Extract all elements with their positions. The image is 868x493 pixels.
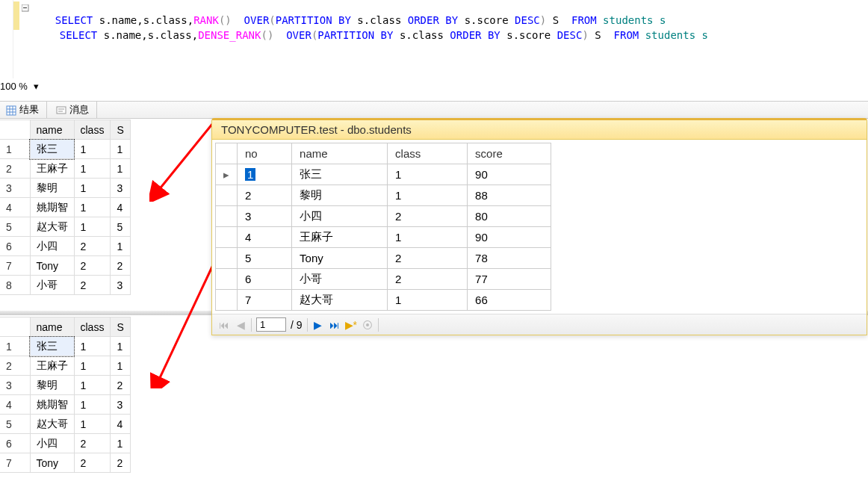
nav-prev-icon[interactable]: ◀ xyxy=(235,319,247,331)
result-grid-2[interactable]: name class S 1张三11 2王麻子11 3黎明12 4姚期智13 5… xyxy=(0,317,131,473)
col-s[interactable]: S xyxy=(111,317,130,337)
table-row[interactable]: 4姚期智13 xyxy=(0,395,130,415)
col-name[interactable]: name xyxy=(30,120,74,140)
col-no[interactable]: no xyxy=(238,143,292,164)
grid-icon xyxy=(6,105,16,116)
selected-cell[interactable]: 1 xyxy=(245,168,255,181)
results-tab-bar: 结果 消息 xyxy=(0,101,868,119)
table-row[interactable]: ▸1张三190 xyxy=(216,164,551,185)
table-row[interactable]: 1张三11 xyxy=(0,337,130,356)
table-row[interactable]: 1张三11 xyxy=(0,140,130,159)
col-name[interactable]: name xyxy=(292,143,388,164)
row-indicator-header xyxy=(216,143,238,164)
tab-results[interactable]: 结果 xyxy=(0,102,47,118)
preview-grid[interactable]: no name class score ▸1张三190 2黎明188 3小四28… xyxy=(215,143,551,311)
tab-results-label: 结果 xyxy=(19,104,39,115)
sql-line-2[interactable]: SELECT s.name,s.class,DENSE_RANK() OVER(… xyxy=(34,17,708,53)
table-preview-window[interactable]: TONYCOMPUTER.test - dbo.students no name… xyxy=(211,118,867,335)
svg-line-13 xyxy=(158,265,213,381)
annotation-arrow-1 xyxy=(149,120,217,202)
tab-messages-label: 消息 xyxy=(69,104,89,115)
table-row[interactable]: 7Tony22 xyxy=(0,453,130,473)
current-row-indicator-icon: ▸ xyxy=(216,164,238,185)
table-row[interactable]: 7Tony22 xyxy=(0,256,130,276)
nav-first-icon[interactable]: ⏮ xyxy=(218,319,230,331)
table-row[interactable]: 6小四21 xyxy=(0,434,130,453)
svg-line-11 xyxy=(158,123,213,190)
nav-stop-icon[interactable]: ⦿ xyxy=(362,319,373,331)
table-row[interactable]: 2王麻子11 xyxy=(0,356,130,376)
table-row[interactable]: 3黎明13 xyxy=(0,179,130,198)
zoom-dropdown[interactable]: 100 % ▾ xyxy=(0,81,71,96)
row-header-blank xyxy=(0,120,30,140)
col-class[interactable]: class xyxy=(74,317,111,337)
col-name[interactable]: name xyxy=(30,317,74,337)
nav-current-input[interactable] xyxy=(256,317,286,332)
line-highlight xyxy=(13,1,19,30)
table-row[interactable]: 3小四280 xyxy=(216,206,551,227)
preview-title: TONYCOMPUTER.test - dbo.students xyxy=(212,120,867,140)
col-class[interactable]: class xyxy=(388,143,468,164)
col-score[interactable]: score xyxy=(468,143,551,164)
table-row[interactable]: 4王麻子190 xyxy=(216,227,551,248)
separator xyxy=(251,318,252,332)
table-row[interactable]: 5赵大哥15 xyxy=(0,217,130,237)
nav-last-icon[interactable]: ⏭ xyxy=(329,319,341,331)
table-row[interactable]: 2黎明188 xyxy=(216,185,551,206)
col-s[interactable]: S xyxy=(111,120,130,140)
table-row[interactable]: 5赵大哥14 xyxy=(0,415,130,434)
table-row[interactable]: 2王麻子11 xyxy=(0,159,130,179)
chevron-down-icon: ▾ xyxy=(34,81,39,92)
message-icon xyxy=(56,105,66,116)
editor-gutter xyxy=(0,0,13,78)
svg-rect-2 xyxy=(7,106,16,115)
zoom-value: 100 % xyxy=(0,81,28,92)
separator xyxy=(307,318,308,332)
tab-messages[interactable]: 消息 xyxy=(50,102,97,118)
svg-rect-7 xyxy=(57,107,66,114)
table-row[interactable]: 6小哥277 xyxy=(216,269,551,290)
annotation-arrow-2 xyxy=(149,261,217,388)
table-row[interactable]: 3黎明12 xyxy=(0,376,130,395)
record-navigator: ⏮ ◀ / 9 ▶ ⏭ ▶* ⦿ xyxy=(212,314,867,335)
col-class[interactable]: class xyxy=(74,120,111,140)
nav-total: / 9 xyxy=(291,319,303,331)
table-row[interactable]: 6小四21 xyxy=(0,237,130,256)
table-row[interactable]: 8小哥23 xyxy=(0,276,130,295)
result-grid-1[interactable]: name class S 1张三11 2王麻子11 3黎明13 4姚期智14 5… xyxy=(0,120,131,295)
nav-next-icon[interactable]: ▶ xyxy=(312,319,324,331)
table-row[interactable]: 5Tony278 xyxy=(216,248,551,269)
sql-editor[interactable]: SELECT s.name,s.class,RANK() OVER(PARTIT… xyxy=(0,0,868,78)
nav-new-icon[interactable]: ▶* xyxy=(345,319,357,331)
row-header-blank xyxy=(0,317,30,337)
separator xyxy=(378,318,379,332)
table-row[interactable]: 4姚期智14 xyxy=(0,198,130,217)
table-row[interactable]: 7赵大哥166 xyxy=(216,290,551,311)
